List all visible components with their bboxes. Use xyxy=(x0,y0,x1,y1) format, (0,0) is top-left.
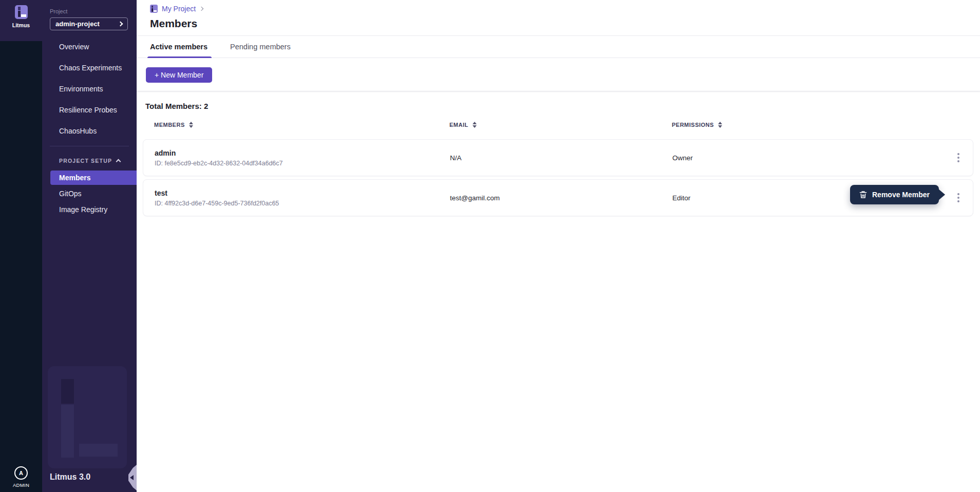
member-id: ID: 4ff92c3d-d6e7-459c-9ed5-736fd2f0ac65 xyxy=(155,200,450,207)
logo-label: Litmus xyxy=(12,22,30,28)
project-selector[interactable]: admin-project xyxy=(50,17,128,30)
sidebar-item-gitops[interactable]: GitOps xyxy=(42,186,137,201)
tab-pending-members[interactable]: Pending members xyxy=(230,36,291,58)
sidebar: Project admin-project Overview Chaos Exp… xyxy=(42,0,137,492)
sidebar-item-environments[interactable]: Environments xyxy=(42,79,137,100)
remove-member-label: Remove Member xyxy=(872,191,930,199)
sidebar-divider xyxy=(50,146,129,146)
member-name: test xyxy=(155,189,450,197)
avatar-initial: A xyxy=(19,470,23,476)
table-row: test ID: 4ff92c3d-d6e7-459c-9ed5-736fd2f… xyxy=(143,179,973,216)
icon-strip: Litmus A ADMIN xyxy=(0,0,42,492)
row-menu-kebab-icon[interactable] xyxy=(944,147,973,168)
sidebar-item-members[interactable]: Members xyxy=(50,171,137,185)
member-id: ID: fe8e5cd9-eb2c-4d32-8632-04df34a6d6c7 xyxy=(155,160,450,167)
sidebar-item-overview[interactable]: Overview xyxy=(42,36,137,58)
page-title: Members xyxy=(150,17,980,30)
member-name: admin xyxy=(155,149,450,157)
project-icon xyxy=(150,5,158,13)
column-header-permissions[interactable]: PERMISSIONS xyxy=(672,122,945,128)
sidebar-item-image-registry[interactable]: Image Registry xyxy=(42,202,137,217)
trash-icon xyxy=(859,191,867,199)
version-label: Litmus 3.0 xyxy=(50,472,90,482)
sidebar-item-chaos-experiments[interactable]: Chaos Experiments xyxy=(42,58,137,79)
new-member-button[interactable]: + New Member xyxy=(146,67,212,83)
chevron-up-icon xyxy=(116,159,121,164)
main-content: My Project Members Active members Pendin… xyxy=(137,0,980,492)
tab-bar: Active members Pending members xyxy=(137,36,980,58)
chevron-right-icon xyxy=(118,22,123,27)
litmus-watermark xyxy=(48,366,127,468)
column-header-email[interactable]: EMAIL xyxy=(449,122,672,128)
setup-list: Members GitOps Image Registry xyxy=(42,171,137,217)
column-header-members[interactable]: MEMBERS xyxy=(154,122,449,128)
total-members-summary: Total Members: 2 xyxy=(143,102,973,110)
user-label: ADMIN xyxy=(13,482,29,488)
sidebar-item-resilience-probes[interactable]: Resilience Probes xyxy=(42,100,137,121)
user-avatar[interactable]: A xyxy=(14,466,28,480)
breadcrumb: My Project xyxy=(150,5,980,13)
page-header: My Project Members xyxy=(137,0,980,36)
sort-icon[interactable] xyxy=(473,122,477,128)
row-menu-kebab-icon[interactable] xyxy=(944,187,973,208)
table-header-row: MEMBERS EMAIL PERMISSIONS xyxy=(143,110,973,139)
tab-active-members[interactable]: Active members xyxy=(150,36,208,58)
collapse-left-icon xyxy=(130,475,134,480)
section-label: PROJECT SETUP xyxy=(59,158,112,164)
sidebar-collapse-handle[interactable] xyxy=(128,465,137,490)
table-row: admin ID: fe8e5cd9-eb2c-4d32-8632-04df34… xyxy=(143,139,973,176)
nav-list: Overview Chaos Experiments Environments … xyxy=(42,36,137,142)
sort-icon[interactable] xyxy=(718,122,722,128)
litmus-logo-icon xyxy=(15,5,28,19)
project-name: admin-project xyxy=(55,20,100,28)
breadcrumb-link[interactable]: My Project xyxy=(162,5,196,13)
project-label: Project xyxy=(42,0,137,17)
sort-icon[interactable] xyxy=(189,122,193,128)
toolbar: + New Member xyxy=(137,58,980,91)
member-email: N/A xyxy=(450,154,672,162)
member-permission: Owner xyxy=(672,154,944,162)
member-email: test@gamil.com xyxy=(450,194,672,202)
sidebar-item-chaoshubs[interactable]: ChaosHubs xyxy=(42,121,137,142)
remove-member-menu-item[interactable]: Remove Member xyxy=(850,185,939,204)
chevron-right-icon xyxy=(199,7,203,11)
logo-block: Litmus xyxy=(0,0,42,41)
project-setup-section-toggle[interactable]: PROJECT SETUP xyxy=(42,158,137,164)
